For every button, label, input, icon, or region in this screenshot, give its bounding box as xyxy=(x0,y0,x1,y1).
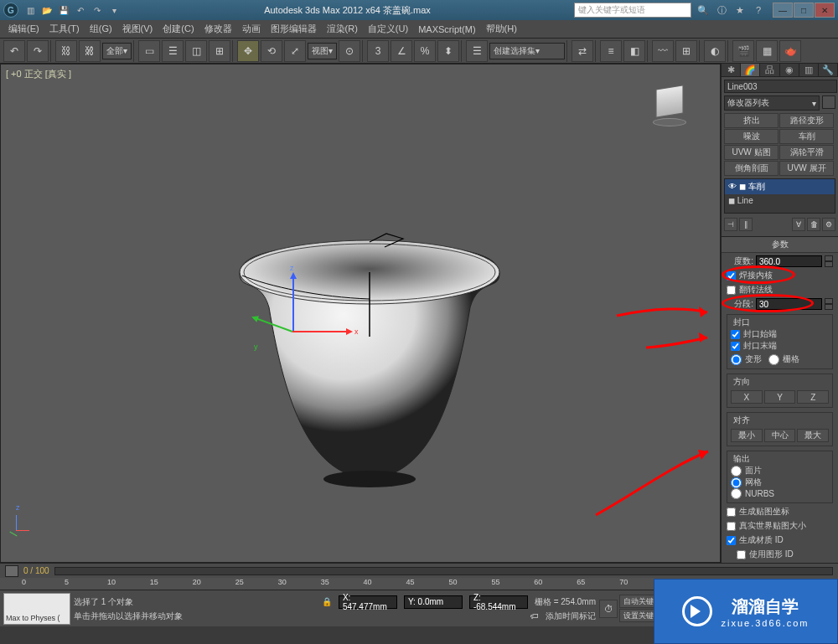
tab-modify-icon[interactable]: 🌈 xyxy=(741,64,760,76)
menu-group[interactable]: 组(G) xyxy=(85,23,117,35)
out-patch-radio[interactable] xyxy=(731,466,742,477)
menu-tools[interactable]: 工具(T) xyxy=(44,23,85,35)
unlink-icon[interactable]: ⛓̸ xyxy=(79,40,101,62)
add-time-tag[interactable]: 添加时间标记 xyxy=(546,611,596,622)
rotate-tool-icon[interactable]: ⟲ xyxy=(261,40,282,62)
menu-customize[interactable]: 自定义(U) xyxy=(363,23,413,35)
modifier-list-dropdown[interactable]: 修改器列表▾ xyxy=(724,95,820,111)
modbtn-lathe[interactable]: 车削 xyxy=(779,129,834,144)
redo-icon[interactable]: ↷ xyxy=(27,40,49,62)
menu-create[interactable]: 创建(C) xyxy=(158,23,199,35)
tab-display-icon[interactable]: ▥ xyxy=(799,64,819,76)
coord-x[interactable]: X: 547.477mm xyxy=(339,595,397,609)
spin-up-icon[interactable] xyxy=(825,298,833,304)
modbtn-uvwmap[interactable]: UVW 贴图 xyxy=(724,145,779,160)
snap-toggle-icon[interactable]: 3 xyxy=(367,40,389,62)
select-tool-icon[interactable]: ▭ xyxy=(138,40,160,62)
modbtn-extrude[interactable]: 挤出 xyxy=(724,113,779,128)
layers-icon[interactable]: ◧ xyxy=(623,40,645,62)
cap-start-checkbox[interactable] xyxy=(731,330,740,339)
stack-config-icon[interactable]: ⚙ xyxy=(822,218,835,231)
spinner-snap-icon[interactable]: ⬍ xyxy=(437,40,459,62)
coord-z[interactable]: Z: -68.544mm xyxy=(469,595,528,609)
qat-more-icon[interactable]: ▾ xyxy=(107,3,121,17)
qat-undo-icon[interactable]: ↶ xyxy=(74,3,87,17)
named-selset-dropdown[interactable]: 创建选择集 ▾ xyxy=(489,43,565,59)
dir-x-button[interactable]: X xyxy=(731,390,763,404)
selection-filter-dropdown[interactable]: 全部 ▾ xyxy=(102,43,132,59)
tab-create-icon[interactable]: ✱ xyxy=(722,64,741,76)
dir-y-button[interactable]: Y xyxy=(764,390,796,404)
undo-icon[interactable]: ↶ xyxy=(3,40,25,62)
menu-help[interactable]: 帮助(H) xyxy=(481,23,522,35)
modifier-stack[interactable]: 👁 ◼ 车削 ◼ Line xyxy=(724,178,835,214)
gen-uv-checkbox[interactable] xyxy=(727,507,736,517)
named-sel-icon[interactable]: ☰ xyxy=(466,40,488,62)
help-search-input[interactable]: 键入关键字或短语 xyxy=(574,3,691,18)
cap-end-checkbox[interactable] xyxy=(731,342,740,351)
flip-normals-checkbox[interactable] xyxy=(727,286,736,295)
rollup-parameters-header[interactable]: 参数 xyxy=(722,237,838,253)
gen-mat-checkbox[interactable] xyxy=(727,536,736,545)
select-name-icon[interactable]: ☰ xyxy=(162,40,184,62)
qat-new-icon[interactable]: ▥ xyxy=(23,3,37,17)
material-editor-icon[interactable]: ◐ xyxy=(704,40,726,62)
menu-animation[interactable]: 动画 xyxy=(237,23,266,35)
timeline-toggle-icon[interactable] xyxy=(5,565,18,577)
scale-tool-icon[interactable]: ⤢ xyxy=(284,40,306,62)
tab-motion-icon[interactable]: ◉ xyxy=(780,64,799,76)
out-mesh-radio[interactable] xyxy=(731,477,742,488)
menu-render[interactable]: 渲染(R) xyxy=(322,23,363,35)
search-icon[interactable]: 🔍 xyxy=(696,3,710,17)
viewport-label[interactable]: [ +0 正交 [真实 ] xyxy=(6,68,71,80)
timeconfig-icon[interactable]: ⏱ xyxy=(599,600,618,618)
maximize-button[interactable]: □ xyxy=(794,3,814,18)
app-logo[interactable]: G xyxy=(3,3,18,18)
menu-modifiers[interactable]: 修改器 xyxy=(199,23,237,35)
minimize-button[interactable]: — xyxy=(773,3,793,18)
out-nurbs-radio[interactable] xyxy=(731,488,742,499)
object-name-input[interactable] xyxy=(724,80,837,93)
viewcube[interactable] xyxy=(644,81,695,131)
cap-morph-radio[interactable] xyxy=(731,354,742,365)
modbtn-unwrap[interactable]: UVW 展开 xyxy=(779,161,834,176)
use-shape-checkbox[interactable] xyxy=(737,550,746,559)
modbtn-bevelprofile[interactable]: 倒角剖面 xyxy=(724,161,779,176)
menu-edit[interactable]: 编辑(E) xyxy=(3,23,44,35)
refcoord-dropdown[interactable]: 视图 ▾ xyxy=(308,43,337,59)
close-button[interactable]: ✕ xyxy=(815,3,835,18)
qat-save-icon[interactable]: 💾 xyxy=(57,3,70,17)
align-max-button[interactable]: 最大 xyxy=(797,429,829,442)
dir-z-button[interactable]: Z xyxy=(797,390,829,404)
help-icon[interactable]: ? xyxy=(752,3,765,17)
stack-pin-icon[interactable]: ⊣ xyxy=(724,218,737,231)
qat-open-icon[interactable]: 📂 xyxy=(40,3,54,17)
select-region-icon[interactable]: ◫ xyxy=(185,40,207,62)
subscription-icon[interactable]: ⓘ xyxy=(715,3,728,17)
coord-y[interactable]: Y: 0.0mm xyxy=(404,595,463,609)
stack-show-icon[interactable]: ∥ xyxy=(739,218,753,231)
schematic-icon[interactable]: ⊞ xyxy=(675,40,697,62)
align-min-button[interactable]: 最小 xyxy=(731,429,763,442)
spin-down-icon[interactable] xyxy=(825,261,833,267)
render-frame-icon[interactable]: ▦ xyxy=(756,40,778,62)
time-slider[interactable]: 0 / 100 xyxy=(0,563,838,578)
mirror-icon[interactable]: ⇄ xyxy=(572,40,593,62)
cap-grid-radio[interactable] xyxy=(768,354,779,365)
menu-views[interactable]: 视图(V) xyxy=(117,23,158,35)
align-center-button[interactable]: 中心 xyxy=(764,429,796,442)
viewport[interactable]: [ +0 正交 [真实 ] xyxy=(0,64,721,563)
stack-remove-icon[interactable]: 🗑 xyxy=(807,218,820,231)
maxscript-mini-listener[interactable]: Max to Physes ( xyxy=(3,593,70,625)
favorites-icon[interactable]: ★ xyxy=(733,3,747,17)
move-tool-icon[interactable]: ✥ xyxy=(237,40,259,62)
render-icon[interactable]: 🫖 xyxy=(779,40,801,62)
percent-snap-icon[interactable]: % xyxy=(414,40,436,62)
tab-hierarchy-icon[interactable]: 品 xyxy=(760,64,779,76)
qat-redo-icon[interactable]: ↷ xyxy=(91,3,104,17)
modbtn-pathdeform[interactable]: 路径变形 xyxy=(779,113,834,128)
window-crossing-icon[interactable]: ⊞ xyxy=(209,40,230,62)
pivot-icon[interactable]: ⊙ xyxy=(339,40,360,62)
spin-down-icon[interactable] xyxy=(825,304,833,310)
configure-modifiers-icon[interactable] xyxy=(822,95,835,109)
